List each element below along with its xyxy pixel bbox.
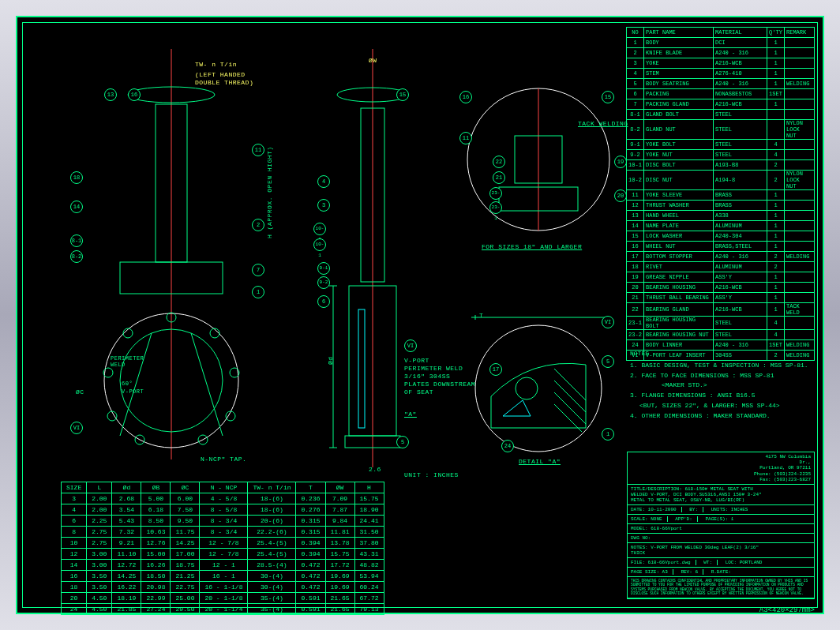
balloon-d1-19: 19: [614, 156, 627, 168]
bom-h-rem: REMARK: [785, 28, 815, 38]
file-wt-loc: FILE: 618-66Vport.dwg WT: LOC: PORTLAND: [628, 558, 814, 568]
note-1: 1. BASIC DESIGN, TEST & INSPECTION : MSS…: [630, 361, 808, 371]
dim-row: 163.5014.2518.5021.2516 - 130-(4)0.47219…: [62, 571, 384, 582]
bom-row: 12THRUST WASHERBRASS1: [627, 201, 815, 211]
company-address: 4175 NW Columbia Dr., Portland, OR 97211…: [628, 452, 814, 485]
balloon-d1-23-1: 23-1: [489, 201, 502, 214]
svg-line-32: [554, 369, 586, 400]
note-4: 4. OTHER DIMENSIONS : MAKER STANDARD.: [630, 411, 808, 422]
bom-h-qty: Q'TY: [767, 28, 785, 38]
balloon-5: 5: [396, 436, 409, 448]
svg-line-34: [554, 392, 586, 424]
bom-h-part: PART NAME: [644, 28, 714, 38]
bom-row: 15LOCK WASHERA240-3041: [627, 231, 815, 242]
left-handed-2: DOUBLE THREAD): [195, 79, 253, 86]
bom-row: 2KNIFE BLADEA240 - 3161: [627, 48, 815, 58]
svg-line-33: [554, 381, 586, 412]
bom-row: 9-2YOKE NUTSTEEL4: [627, 150, 815, 160]
detail-a-label: DETAIL "A": [519, 458, 561, 465]
dim-row: 204.5018.1922.9925.0020 - 1-1/835-(4)0.5…: [62, 593, 384, 604]
dim-header: N - NCP: [200, 482, 248, 493]
dim-header: Ød: [112, 482, 141, 493]
notes-block: NOTES 1. BASIC DESIGN, TEST & INSPECTION…: [630, 349, 808, 422]
dim-row: 102.759.2112.7614.2512 - 7/825.4-(5)0.39…: [62, 538, 384, 549]
balloon-da-1: 1: [602, 428, 614, 441]
balloon-d1-20: 20: [614, 189, 627, 202]
bom-row: 18RIVETALUMINUM2: [627, 262, 815, 272]
balloon-d1-15: 15: [602, 91, 614, 103]
thread-note: TW- n T/in: [195, 61, 237, 68]
notes-row: NOTES: V-PORT FROM WELDED 30deg LEAF(2) …: [628, 543, 814, 558]
dim-row: 42.003.546.187.508 - 5/818-(6)0.2767.871…: [62, 504, 384, 516]
bom-row: 10-1DISC BOLTA193-B82: [627, 160, 815, 171]
bom-row: 22BEARING GLANDA216-WCB1TACK WELD: [627, 303, 815, 317]
dim-row: 183.5016.2220.9822.7516 - 1-1/830-(4)0.4…: [62, 582, 384, 593]
tack-welding: TACK WELDING: [578, 120, 628, 127]
dim-header: T: [296, 482, 325, 493]
bom-row: 16WHEEL NUTBRASS,STEEL1: [627, 242, 815, 252]
balloon-4: 4: [317, 175, 330, 188]
balloon-d1-16: 16: [459, 91, 472, 103]
perimeter-weld-2: WELD: [111, 362, 126, 368]
dim-header: SIZE: [62, 482, 87, 493]
vport-note-3: 3/16" 304SS: [404, 373, 450, 380]
balloon-d1-21: 21: [493, 171, 505, 184]
dim-row: 82.757.3210.6311.758 - 3/422.2-(6)0.3151…: [62, 527, 384, 538]
bom-row: 13HAND WHEELA3381: [627, 211, 815, 221]
date-by-units: DATE: 10-11-2000 BY: UNITS: INCHES: [628, 505, 814, 515]
balloon-da-17: 17: [489, 363, 502, 376]
bom-row: 19GREASE NIPPLEASS'Y1: [627, 272, 815, 283]
left-handed-1: (LEFT HANDED: [195, 71, 246, 78]
balloon-da-5: 5: [602, 355, 614, 368]
a-ref: "A": [404, 411, 417, 418]
dim-row: 32.002.685.006.004 - 5/818-(6)0.2367.091…: [62, 493, 384, 504]
scale-appd-pages: SCALE: NONE APP'D: PAGE(S): 1: [628, 515, 814, 524]
title-desc: TITLE/DESCRIPTION: 618-150# METAL SEAT W…: [628, 485, 814, 505]
note-3: 3. FLANGE DIMENSIONS : ANSI B16.5: [630, 391, 808, 401]
vport-note-5: OF SEAT: [404, 388, 433, 396]
bom-row: 1BODYDCI1: [627, 38, 815, 48]
vport-note-2: PERIMETER WELD: [404, 365, 463, 372]
bom-row: 14NAME PLATEALUMINUM1: [627, 221, 815, 231]
n-np-tap: N-NCP" TAP.: [201, 456, 246, 463]
bom-row: 23-1BEARING HOUSING BOLTSTEEL4: [627, 317, 815, 330]
perimeter-weld-1: PERIMETER: [111, 355, 144, 362]
scale-26: 2.6: [369, 466, 381, 473]
balloon-2: 2: [252, 219, 264, 231]
bom-row: 7PACKING GLANDA216-WCB1: [627, 99, 815, 110]
dim-header: ØC: [171, 482, 200, 493]
balloon-8-2: 8-2: [70, 250, 83, 263]
svg-rect-22: [358, 309, 365, 428]
balloon-9-2: 9-2: [317, 276, 330, 289]
note-2b: <MAKER STD.>: [630, 381, 808, 391]
dim-header: L: [87, 482, 112, 493]
balloon-13: 13: [104, 88, 117, 101]
title-block: 4175 NW Columbia Dr., Portland, OR 97211…: [627, 452, 815, 599]
model-row: MODEL: 618-66Vport: [628, 524, 814, 534]
svg-line-7: [191, 333, 223, 436]
front-view: [103, 49, 239, 459]
balloon-15: 15: [396, 88, 409, 101]
bom-h-no: NO: [627, 28, 644, 38]
bom-row: 21THRUST BALL BEARINGASS'Y1: [627, 293, 815, 303]
disclaimer: THIS DRAWING CONTAINS CONFIDENTIAL AND P…: [628, 577, 814, 598]
bom-row: 9-1YOKE BOLTSTEEL4: [627, 140, 815, 150]
dwg-no-row: DWG NO:: [628, 534, 814, 543]
vport-60: 60°: [122, 381, 133, 387]
drawing-sheet: TW- n T/in (LEFT HANDED DOUBLE THREAD) H…: [16, 16, 824, 614]
bom-row: 4STEMA276-4101: [627, 69, 815, 79]
balloon-16: 16: [128, 88, 141, 101]
balloon-8-1: 8-1: [70, 234, 83, 247]
balloon-vi-side: VI: [404, 339, 417, 352]
balloon-10-1: 10-1: [313, 238, 326, 251]
balloon-6: 6: [317, 295, 330, 308]
balloon-7: 7: [252, 264, 264, 276]
bom-h-mat: MATERIAL: [714, 28, 767, 38]
approx-open-height: H (APPROX. OPEN HIGHT): [266, 146, 273, 238]
dim-row: 244.5021.8527.2429.5020 - 1-1/435-(4)0.5…: [62, 604, 384, 615]
dim-header: H: [354, 482, 384, 493]
balloon-d1-11: 11: [459, 132, 472, 144]
bom-row: 8-1GLAND BOLTSTEEL: [627, 110, 815, 120]
bom-row: 5BODY SEATRINGA240 - 3161WELDING: [627, 79, 815, 89]
detail-top: [467, 88, 609, 231]
